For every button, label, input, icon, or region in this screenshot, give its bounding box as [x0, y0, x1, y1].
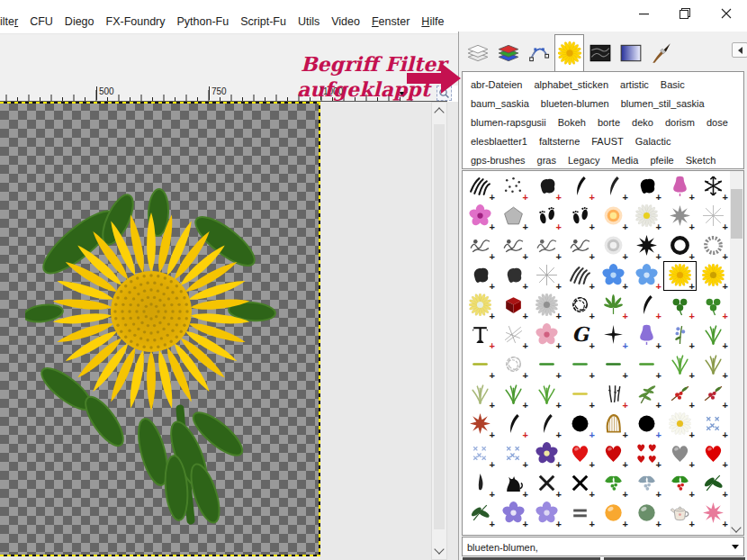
brush-item[interactable]: +: [630, 291, 663, 321]
tag[interactable]: blueten-blumen: [541, 95, 609, 113]
brush-item[interactable]: +: [663, 469, 697, 499]
tag[interactable]: Legacy: [568, 151, 599, 170]
zoom-fit-button[interactable]: [436, 86, 452, 101]
brush-item[interactable]: +: [597, 469, 630, 499]
brush-item[interactable]: +: [630, 321, 663, 350]
tag[interactable]: borte: [598, 113, 620, 132]
brush-item[interactable]: +: [697, 499, 730, 528]
brush-item[interactable]: +: [597, 350, 630, 380]
brush-item[interactable]: +: [563, 439, 597, 469]
filter-dropdown-arrow[interactable]: [732, 545, 739, 549]
brush-item[interactable]: +: [464, 499, 497, 528]
tag[interactable]: FAUST: [591, 132, 623, 151]
canvas-vertical-scrollbar[interactable]: [431, 102, 447, 560]
brush-item[interactable]: +: [663, 172, 697, 202]
brush-item[interactable]: +: [663, 291, 697, 321]
brush-item[interactable]: +: [530, 350, 563, 380]
brush-item[interactable]: +: [563, 499, 597, 528]
brush-item[interactable]: +: [597, 321, 630, 350]
restore-button[interactable]: [664, 0, 706, 27]
brush-item[interactable]: +: [597, 172, 630, 202]
menu-item-utils[interactable]: Utils: [298, 15, 320, 28]
menu-item-fx-foundry[interactable]: FX-Foundry: [106, 15, 166, 28]
menu-item-video[interactable]: Video: [331, 15, 360, 28]
tag-filter-box[interactable]: abr-Dateienalphabet_stickenartisticBasic…: [462, 71, 744, 169]
brush-item-selected[interactable]: +: [663, 261, 697, 291]
brush-item[interactable]: +: [597, 231, 630, 261]
brush-item[interactable]: +: [563, 410, 597, 439]
brush-item[interactable]: +: [497, 202, 530, 231]
brush-item[interactable]: +: [630, 350, 663, 380]
tab-patterns[interactable]: [585, 37, 615, 69]
menu-item-cfu[interactable]: CFU: [30, 15, 53, 28]
menu-item-python-fu[interactable]: Python-Fu: [177, 15, 230, 28]
brush-item[interactable]: +: [563, 469, 597, 499]
brush-item[interactable]: +: [597, 380, 630, 410]
tag[interactable]: elesblaetter1: [471, 132, 527, 151]
brush-item[interactable]: +: [697, 291, 730, 321]
tag[interactable]: gps-brushes: [471, 151, 526, 170]
brush-item[interactable]: +: [697, 231, 730, 261]
tag[interactable]: artistic: [620, 76, 649, 95]
tag[interactable]: pfeile: [650, 151, 673, 170]
brush-item[interactable]: +: [497, 291, 530, 321]
tab-layers[interactable]: [463, 37, 492, 69]
tag[interactable]: abr-Dateien: [471, 76, 522, 95]
brush-item[interactable]: +: [663, 410, 697, 439]
menu-item-fenster[interactable]: Fenster: [372, 15, 410, 28]
brush-item[interactable]: +: [697, 321, 730, 350]
menu-item-ilter[interactable]: ilter: [0, 15, 18, 28]
tab-paintbrush[interactable]: [646, 37, 676, 69]
brush-item[interactable]: +: [497, 439, 530, 469]
brush-item[interactable]: +: [464, 469, 497, 499]
tag[interactable]: Media: [611, 151, 638, 170]
brush-item[interactable]: +: [563, 261, 597, 291]
brush-item[interactable]: +: [563, 172, 597, 202]
brush-item[interactable]: +: [464, 202, 497, 231]
brush-item[interactable]: +: [663, 499, 697, 528]
brush-item[interactable]: +: [497, 410, 530, 439]
brush-item[interactable]: +: [563, 321, 597, 350]
tag[interactable]: dose: [706, 113, 728, 132]
brush-item[interactable]: +: [697, 172, 730, 202]
brush-scrollbar-thumb[interactable]: [731, 189, 742, 239]
brush-item[interactable]: +: [630, 439, 663, 469]
close-button[interactable]: [706, 0, 747, 27]
brush-item[interactable]: +: [663, 439, 697, 469]
brush-item[interactable]: +: [497, 231, 530, 261]
canvas-scrollbar-thumb[interactable]: [434, 124, 445, 529]
brush-item[interactable]: +: [464, 350, 497, 380]
tab-channels[interactable]: [493, 37, 523, 69]
minimize-button[interactable]: [623, 0, 664, 27]
menu-item-diego[interactable]: Diego: [65, 15, 94, 28]
brush-item[interactable]: +: [464, 291, 497, 321]
brush-item[interactable]: +: [697, 380, 730, 410]
brush-item[interactable]: +: [530, 410, 563, 439]
brush-item[interactable]: +: [497, 261, 530, 291]
brush-item[interactable]: +: [630, 380, 663, 410]
brush-item[interactable]: +: [663, 350, 697, 380]
scroll-down-icon[interactable]: [434, 544, 444, 554]
brush-item[interactable]: +: [497, 499, 530, 528]
brush-item[interactable]: +: [464, 261, 497, 291]
tag-filter-input[interactable]: [463, 537, 726, 555]
brush-item[interactable]: +: [697, 469, 730, 499]
tag[interactable]: deko: [632, 113, 653, 132]
brush-item[interactable]: +: [597, 410, 630, 439]
menu-item-hilfe[interactable]: Hilfe: [421, 15, 444, 28]
tag[interactable]: Bokeh: [558, 113, 586, 132]
brush-item[interactable]: +: [464, 439, 497, 469]
brush-item[interactable]: +: [630, 410, 663, 439]
brush-item[interactable]: +: [630, 231, 663, 261]
tab-brushes[interactable]: [554, 34, 584, 71]
brush-item[interactable]: +: [563, 380, 597, 410]
brush-item[interactable]: +: [497, 321, 530, 350]
brush-item[interactable]: +: [563, 231, 597, 261]
menu-item-script-fu[interactable]: Script-Fu: [240, 15, 286, 28]
brush-item[interactable]: +: [697, 439, 730, 469]
brush-item[interactable]: +: [464, 410, 497, 439]
tag[interactable]: blumen-rapsgusii: [471, 113, 546, 132]
brush-item[interactable]: +: [464, 380, 497, 410]
tag[interactable]: Basic: [661, 76, 685, 95]
tag[interactable]: blumen_stil_saskia: [621, 95, 705, 113]
